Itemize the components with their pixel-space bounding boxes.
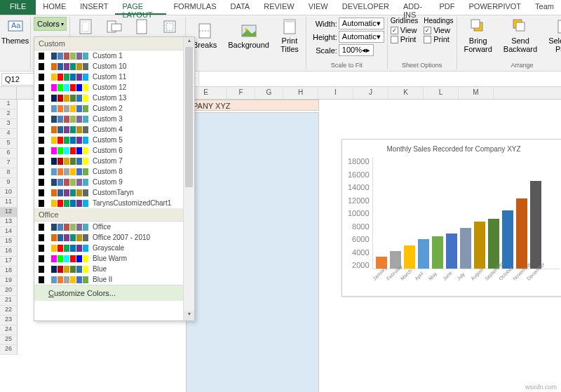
col-header[interactable]: F bbox=[227, 87, 255, 99]
row-header[interactable]: 25 bbox=[0, 335, 17, 345]
col-header[interactable]: I bbox=[318, 87, 353, 99]
send-backward-button[interactable]: Send Backward bbox=[499, 17, 541, 55]
color-theme-custom[interactable]: CustomTaryn bbox=[34, 187, 183, 198]
dropdown-scrollbar[interactable]: ▴ ▾ bbox=[183, 37, 194, 320]
row-header[interactable]: 12 bbox=[0, 208, 17, 217]
row-header[interactable]: 20 bbox=[0, 286, 17, 296]
row-header[interactable]: 1 bbox=[0, 100, 17, 109]
chart-bar bbox=[488, 219, 499, 269]
row-header[interactable]: 17 bbox=[0, 257, 17, 266]
color-theme-custom[interactable]: Custom 12 bbox=[34, 82, 183, 93]
tab-data[interactable]: DATA bbox=[224, 0, 257, 15]
color-theme-custom[interactable]: Custom 11 bbox=[34, 72, 183, 82]
color-theme-label: Blue II bbox=[93, 276, 112, 283]
row-header[interactable]: 16 bbox=[0, 247, 17, 257]
col-header[interactable]: G bbox=[255, 87, 283, 99]
scale-spinner[interactable]: 100%◂▸ bbox=[339, 44, 374, 56]
color-theme-custom[interactable]: Custom 2 bbox=[34, 103, 183, 114]
formula-input[interactable] bbox=[198, 72, 561, 86]
margins-button[interactable] bbox=[73, 17, 98, 38]
row-header[interactable]: 3 bbox=[0, 119, 17, 129]
col-header[interactable]: H bbox=[283, 87, 318, 99]
tab-team[interactable]: Team bbox=[528, 0, 561, 15]
color-theme-office[interactable]: Grayscale bbox=[34, 243, 183, 253]
data-region[interactable] bbox=[186, 112, 319, 392]
chart-object[interactable]: Monthly Sales Recorded for Company XYZ 1… bbox=[342, 139, 561, 297]
height-dropdown[interactable]: Automatic▾ bbox=[339, 31, 384, 43]
row-header[interactable]: 23 bbox=[0, 316, 17, 325]
title-cell[interactable]: IPANY XYZ bbox=[186, 100, 319, 111]
bring-forward-button[interactable]: Bring Forward bbox=[460, 17, 496, 55]
tab-review[interactable]: REVIEW bbox=[257, 0, 301, 15]
background-button[interactable]: Background bbox=[224, 21, 273, 50]
size-button[interactable] bbox=[129, 17, 154, 38]
scroll-up-icon[interactable]: ▴ bbox=[184, 37, 194, 47]
tab-home[interactable]: HOME bbox=[36, 0, 73, 15]
scroll-thumb[interactable] bbox=[185, 47, 193, 187]
col-header[interactable]: M bbox=[459, 87, 494, 99]
row-header[interactable]: 5 bbox=[0, 139, 17, 149]
themes-button[interactable]: Aa Themes bbox=[3, 17, 27, 46]
file-tab[interactable]: FILE bbox=[0, 0, 36, 15]
row-header[interactable]: 11 bbox=[0, 198, 17, 208]
orientation-button[interactable] bbox=[101, 17, 126, 38]
color-theme-custom[interactable]: Custom 6 bbox=[34, 145, 183, 156]
row-header[interactable]: 7 bbox=[0, 158, 17, 168]
selection-pane-button[interactable]: Selection Pane bbox=[544, 17, 561, 55]
row-header[interactable]: 4 bbox=[0, 129, 17, 139]
tab-page-layout[interactable]: PAGE LAYOUT bbox=[115, 0, 166, 15]
color-theme-office[interactable]: Blue bbox=[34, 264, 183, 274]
tab-addins[interactable]: ADD-INS bbox=[396, 0, 433, 15]
print-titles-button[interactable]: Print Titles bbox=[276, 17, 303, 55]
print-area-button[interactable] bbox=[157, 17, 182, 38]
gridlines-print-checkbox[interactable]: Print bbox=[391, 35, 418, 43]
row-header[interactable]: 15 bbox=[0, 237, 17, 247]
select-all-corner[interactable] bbox=[0, 87, 17, 99]
color-theme-label: Custom 3 bbox=[93, 115, 123, 123]
row-header[interactable]: 21 bbox=[0, 296, 17, 306]
color-theme-office[interactable]: Blue II bbox=[34, 274, 183, 285]
row-header[interactable]: 19 bbox=[0, 276, 17, 286]
color-theme-office[interactable]: Blue Warm bbox=[34, 253, 183, 264]
row-header[interactable]: 14 bbox=[0, 227, 17, 237]
tab-insert[interactable]: INSERT bbox=[73, 0, 115, 15]
row-header[interactable]: 10 bbox=[0, 188, 17, 198]
color-theme-custom[interactable]: Custom 9 bbox=[34, 177, 183, 187]
width-dropdown[interactable]: Automatic▾ bbox=[339, 18, 384, 29]
row-header[interactable]: 13 bbox=[0, 217, 17, 227]
color-theme-custom[interactable]: Custom 10 bbox=[34, 61, 183, 72]
color-theme-custom[interactable]: Custom 7 bbox=[34, 156, 183, 166]
row-header[interactable]: 18 bbox=[0, 266, 17, 276]
color-theme-office[interactable]: Office bbox=[34, 222, 183, 232]
color-theme-custom[interactable]: Custom 5 bbox=[34, 135, 183, 145]
color-theme-custom[interactable]: Custom 13 bbox=[34, 93, 183, 103]
row-header[interactable]: 9 bbox=[0, 178, 17, 188]
color-theme-custom[interactable]: TarynsCustomizedChart1 bbox=[34, 198, 183, 208]
color-theme-custom[interactable]: Custom 1 bbox=[34, 50, 183, 61]
headings-view-checkbox[interactable]: ✓View bbox=[424, 26, 453, 34]
colors-button[interactable]: Colors▾ bbox=[34, 17, 67, 31]
customize-colors[interactable]: Customize Colors... bbox=[34, 285, 183, 301]
col-header[interactable]: J bbox=[353, 87, 388, 99]
tab-view[interactable]: VIEW bbox=[302, 0, 335, 15]
headings-print-checkbox[interactable]: Print bbox=[424, 35, 453, 43]
col-header[interactable]: K bbox=[388, 87, 424, 99]
color-theme-custom[interactable]: Custom 8 bbox=[34, 166, 183, 177]
row-header[interactable]: 6 bbox=[0, 149, 17, 158]
row-header[interactable]: 26 bbox=[0, 345, 17, 355]
color-theme-custom[interactable]: Custom 3 bbox=[34, 114, 183, 124]
tab-developer[interactable]: DEVELOPER bbox=[335, 0, 396, 15]
row-header[interactable]: 22 bbox=[0, 306, 17, 316]
row-headers: 1234567891011121314151617181920212223242… bbox=[0, 100, 18, 355]
tab-pdf[interactable]: PDF bbox=[433, 0, 462, 15]
color-theme-office[interactable]: Office 2007 - 2010 bbox=[34, 232, 183, 243]
color-theme-custom[interactable]: Custom 4 bbox=[34, 124, 183, 135]
col-header[interactable]: L bbox=[424, 87, 459, 99]
tab-formulas[interactable]: FORMULAS bbox=[166, 0, 223, 15]
row-header[interactable]: 2 bbox=[0, 109, 17, 119]
gridlines-view-checkbox[interactable]: ✓View bbox=[391, 26, 418, 34]
row-header[interactable]: 8 bbox=[0, 168, 17, 178]
scroll-down-icon[interactable]: ▾ bbox=[184, 311, 194, 320]
row-header[interactable]: 24 bbox=[0, 325, 17, 335]
tab-powerpivot[interactable]: POWERPIVOT bbox=[462, 0, 529, 15]
